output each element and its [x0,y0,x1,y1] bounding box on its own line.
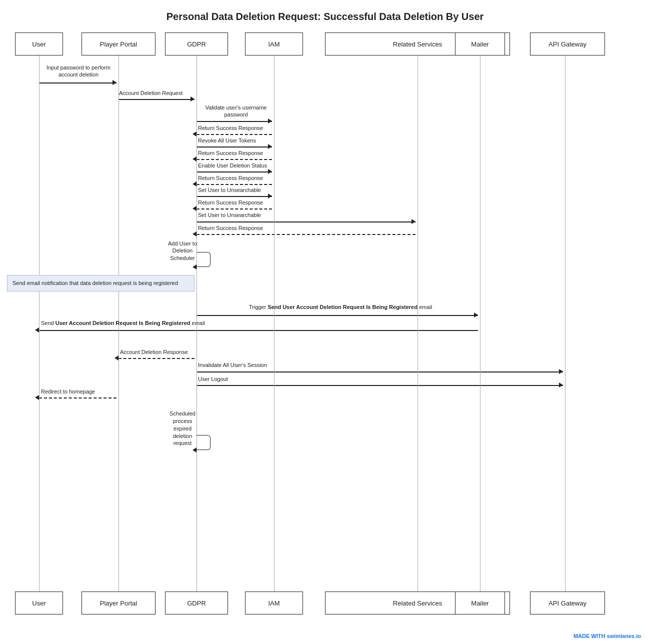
label-return-success-2: Return Success Response [198,150,263,156]
arrowhead-return-success-4 [192,206,196,211]
arrowhead-account-deletion-request [190,96,194,102]
label-enable-deletion-status: Enable User Deletion Status [198,162,267,168]
arrow-redirect-homepage [39,398,116,398]
arrow-input-password [39,82,116,84]
actor-mailer-bottom: Mailer [455,592,505,614]
arrow-send-email [39,330,478,331]
label-return-success-1: Return Success Response [198,125,263,131]
label-redirect-homepage: Redirect to homepage [41,388,95,394]
arrowhead-invalidate-sessions [559,369,563,374]
arrow-set-unsearchable-1 [196,196,272,197]
note-text: Send email notification that data deleti… [12,280,178,286]
label-input-password: Input password to perform account deleti… [41,64,116,78]
lifeline-related-services [418,56,418,610]
actor-gdpr-top: GDPR [165,32,228,56]
actor-api-gateway-bottom: API Gateway [530,592,605,614]
actor-mailer-top: Mailer [455,32,505,56]
label-user-logout: User Logout [198,376,228,382]
lifeline-gdpr [196,56,197,610]
actor-player-portal-top: Player Portal [82,32,156,56]
actor-iam-top: IAM [245,32,303,56]
arrow-account-deletion-request [118,99,194,100]
arrow-user-logout [196,385,563,386]
arrowhead-return-success-5 [192,232,196,236]
label-send-email: Send User Account Deletion Request Is Be… [41,320,481,326]
actor-gdpr-bottom: GDPR [165,592,228,614]
label-scheduled-process: Scheduled process expired deletion reque… [165,410,200,447]
arrow-return-success-5 [196,234,416,235]
page-title: Personal Data Deletion Request: Successf… [0,0,650,32]
lifeline-player-portal [118,56,119,610]
arrow-return-success-3 [196,184,272,185]
arrowhead-return-success-3 [192,182,196,186]
watermark: MADE WITH swimlanes.io [574,633,641,639]
arrowhead-set-unsearchable-1 [268,194,272,198]
arrow-return-success-1 [196,134,272,135]
note-email-notification: Send email notification that data deleti… [7,275,194,292]
arrow-set-unsearchable-2 [196,222,416,222]
arrow-return-success-4 [196,208,272,210]
label-return-success-5: Return Success Response [198,225,263,231]
lifeline-user [39,56,40,610]
arrowhead-validate-username [268,118,272,124]
lifeline-iam [274,56,274,610]
arrowhead-send-email [35,328,39,332]
arrowhead-self-gdpr-2 [192,448,196,452]
arrow-account-deletion-response [118,358,194,359]
arrowhead-enable-deletion-status [268,169,272,174]
arrowhead-account-deletion-response [114,356,118,360]
label-return-success-4: Return Success Response [198,200,263,206]
arrow-invalidate-sessions [196,372,563,372]
arrowhead-set-unsearchable-2 [412,219,416,224]
label-account-deletion-response: Account Deletion Response [120,349,188,355]
arrowhead-revoke-tokens [268,144,272,149]
label-set-unsearchable-2: Set User to Unsearchable [198,212,261,218]
arrowhead-trigger-email [474,312,478,318]
arrow-revoke-tokens [196,146,272,148]
diagram-container: Personal Data Deletion Request: Successf… [0,0,650,644]
lifeline-mailer [480,56,480,610]
lifeline-api-gateway [565,56,566,610]
arrow-validate-username [196,121,272,122]
arrowhead-input-password [112,80,116,85]
watermark-prefix: MADE WITH [574,633,607,639]
label-account-deletion-request: Account Deletion Request [119,90,182,96]
arrow-trigger-email [196,315,478,316]
arrowhead-return-success-2 [192,156,196,162]
label-invalidate-sessions: Invalidate All User's Session [198,362,267,368]
arrow-enable-deletion-status [196,172,272,172]
arrowhead-redirect-homepage [35,395,39,400]
label-trigger-email: Trigger Send User Account Deletion Reque… [198,304,483,310]
watermark-brand: swimlanes.io [607,633,641,639]
actor-user-top: User [15,32,63,56]
actor-api-gateway-top: API Gateway [530,32,605,56]
actor-user-bottom: User [15,592,63,614]
label-add-user-scheduler: Add User to Deletion Scheduler [165,240,200,262]
label-set-unsearchable-1: Set User to Unsearchable [198,187,261,193]
arrowhead-return-success-1 [192,132,196,136]
arrowhead-user-logout [559,382,563,388]
label-revoke-tokens: Revoke All User Tokens [198,138,256,144]
arrow-return-success-2 [196,159,272,160]
actor-iam-bottom: IAM [245,592,303,614]
actor-player-portal-bottom: Player Portal [82,592,156,614]
label-validate-username: Validate user's username password [198,104,274,118]
label-return-success-3: Return Success Response [198,175,263,181]
arrowhead-self-gdpr [192,264,196,270]
